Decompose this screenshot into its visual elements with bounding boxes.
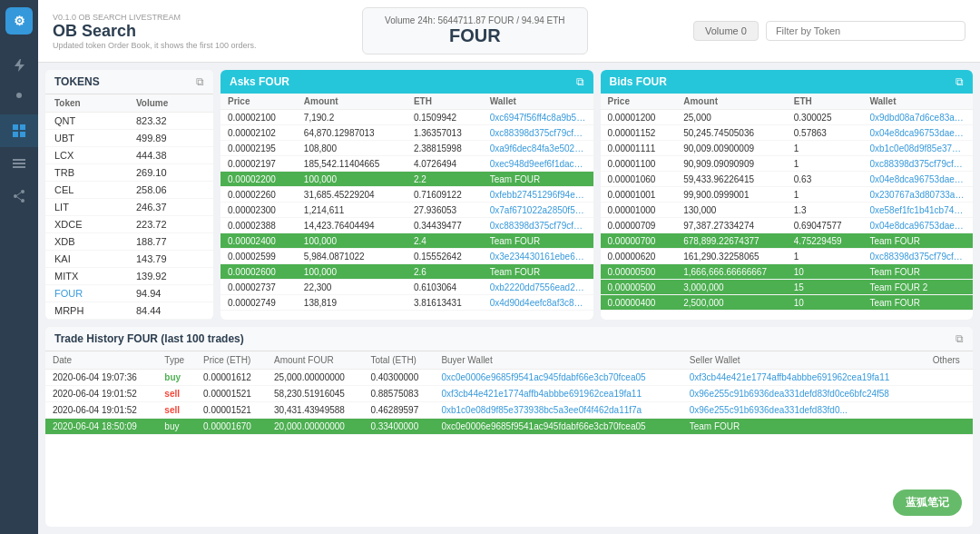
table-row: 0.00000400 2,500,000 10 Team FOUR (601, 295, 974, 311)
ask-wallet[interactable]: 0x4d90d4eefc8af3c8b4f4f528... (483, 295, 593, 311)
table-row: 2020-06-04 19:07:36 buy 0.00001612 25,00… (45, 370, 973, 386)
list-item[interactable]: UBT 499.89 (45, 130, 213, 147)
ask-amount: 5,984.0871022 (297, 249, 407, 264)
list-item[interactable]: MRPH 84.44 (45, 302, 213, 320)
bid-eth: 1 (787, 249, 863, 264)
trade-buyer[interactable]: 0xc0e0006e9685f9541ac945fdabf66e3cb70fce… (434, 419, 681, 435)
asks-col-wallet: Wallet (483, 94, 593, 110)
bids-table-wrap[interactable]: Price Amount ETH Wallet 0.00001200 25,00… (601, 94, 974, 320)
bid-wallet[interactable]: 0xb1c0e08d9f85e373938bc5... (862, 141, 973, 156)
table-row: 0.00001060 59,433.96226415 0.63 0x04e8dc… (601, 172, 974, 187)
app-logo[interactable]: ⚙ (5, 7, 33, 35)
trade-type: sell (157, 402, 196, 419)
bid-eth: 1.3 (787, 203, 863, 218)
table-row: 0.00002600 100,000 2.6 Team FOUR (220, 264, 593, 280)
ask-wallet[interactable]: 0xc88398d375cf79cf8891bdc... (483, 218, 593, 233)
bid-price: 0.00001152 (601, 125, 677, 141)
token-volume: 94.94 (127, 285, 213, 302)
list-item[interactable]: XDB 188.77 (45, 233, 213, 251)
bid-price: 0.00001060 (601, 172, 677, 187)
ask-wallet[interactable]: 0x7af671022a2850f5790c7fd8... (483, 203, 593, 218)
asks-copy-icon[interactable]: ⧉ (576, 75, 584, 88)
sidebar-icon-share[interactable] (0, 180, 38, 213)
trade-title: Trade History FOUR (last 100 trades) (54, 332, 244, 345)
trade-seller[interactable]: 0x96e255c91b6936dea331defd83fd0ce6bfc24f… (682, 386, 926, 402)
list-item[interactable]: MITX 139.92 (45, 268, 213, 285)
ask-wallet[interactable]: 0xa9f6dec84fa3e50277dccae... (483, 141, 593, 156)
trade-seller[interactable]: 0xf3cb44e421e1774affb4abbbe691962cea19fa… (682, 370, 926, 386)
trade-buyer[interactable]: 0xc0e0006e9685f9541ac945fdabf66e3cb70fce… (434, 370, 681, 386)
app-container: ⚙ V0.1.0 OB SEARCH LIVESTREAM OB Search … (0, 0, 980, 534)
table-row: 2020-06-04 19:01:52 sell 0.00001521 58,2… (45, 386, 973, 402)
bid-price: 0.00001200 (601, 110, 677, 125)
list-item[interactable]: CEL 258.06 (45, 182, 213, 199)
trade-buyer[interactable]: 0xb1c0e08d9f85e373938bc5a3ee0f4f462da11f… (434, 402, 681, 419)
ask-wallet[interactable]: 0xc6947f56ff4c8a9b5902ddc... (483, 110, 593, 125)
trade-copy-icon[interactable]: ⧉ (956, 332, 964, 345)
bid-wallet[interactable]: 0x04e8dca96753daed62c93... (862, 125, 973, 141)
tokens-panel: TOKENS ⧉ Token Volume QNT 823.32 UBT 499… (45, 70, 213, 320)
ask-wallet[interactable]: 0xb2220dd7556ead23784c48... (483, 280, 593, 295)
bid-wallet[interactable]: 0xc88398d375cf79cf8891bd... (862, 249, 973, 264)
sidebar-icon-pin[interactable] (0, 82, 38, 114)
table-row: 0.00002102 64,870.12987013 1.36357013 0x… (220, 125, 593, 141)
ask-wallet[interactable]: 0xec948d9eef6f1dac95b5900... (483, 156, 593, 172)
bid-eth: 0.57863 (787, 125, 863, 141)
token-name: XDCE (45, 216, 127, 233)
list-item[interactable]: KAI 143.79 (45, 251, 213, 268)
sidebar-icon-menu[interactable] (0, 147, 38, 180)
asks-table-wrap[interactable]: Price Amount ETH Wallet 0.00002100 7,190… (220, 94, 593, 320)
ask-eth: 3.81613431 (407, 295, 483, 311)
table-row: 0.00002260 31,685.45229204 0.71609122 0x… (220, 187, 593, 203)
trade-buyer[interactable]: 0xf3cb44e421e1774affb4abbbe691962cea19fa… (434, 386, 681, 402)
bid-eth: 0.300025 (787, 110, 863, 125)
table-row: 0.00000709 97,387.27334274 0.69047577 0x… (601, 218, 974, 233)
ask-wallet[interactable]: 0xc88398d375cf79cf8891bdc... (483, 125, 593, 141)
tokens-copy-icon[interactable]: ⧉ (196, 75, 204, 88)
bid-wallet[interactable]: 0x04e8dca96753daed62c93... (862, 172, 973, 187)
ask-wallet[interactable]: 0xfebb27451296f94e8b2e26a... (483, 187, 593, 203)
list-item[interactable]: QNT 823.32 (45, 113, 213, 130)
bid-wallet[interactable]: 0x9dbd08a7d6ce83aa8ebc0e... (862, 110, 973, 125)
ask-amount: 7,190.2 (297, 110, 407, 125)
bid-wallet: Team FOUR (862, 233, 973, 249)
ask-price: 0.00002400 (220, 233, 297, 249)
token-volume: 258.06 (127, 182, 213, 199)
trade-price: 0.00001612 (196, 370, 267, 386)
tokens-col-volume: Volume (127, 94, 213, 113)
bid-wallet[interactable]: 0x04e8dca96753daed62c93... (862, 218, 973, 233)
bid-amount: 90,009.00900009 (676, 141, 787, 156)
app-version: V0.1.0 OB SEARCH LIVESTREAM (53, 13, 257, 22)
volume-badge: Volume 0 (693, 21, 759, 41)
svg-point-8 (21, 190, 24, 193)
bid-wallet[interactable]: 0xe58ef1fc1b41cb74ef1f8bd4... (862, 203, 973, 218)
filter-input[interactable] (766, 21, 965, 41)
bid-wallet[interactable]: 0xc88398d375cf79cf8891bdc... (862, 156, 973, 172)
watermark: 蓝狐笔记 (893, 490, 962, 516)
list-item[interactable]: TRB 269.10 (45, 164, 213, 182)
bid-wallet[interactable]: 0x230767a3d80733abfa1580f... (862, 187, 973, 203)
trade-col-header: Amount FOUR (267, 351, 363, 370)
trade-seller[interactable]: 0x96e255c91b6936dea331defd83fd0... (682, 402, 926, 419)
bid-price: 0.00000500 (601, 280, 677, 295)
ask-price: 0.00002195 (220, 141, 297, 156)
tokens-panel-header: TOKENS ⧉ (45, 70, 213, 94)
bid-price: 0.00000709 (601, 218, 677, 233)
sidebar-icon-grid[interactable] (0, 114, 38, 147)
trade-others (926, 370, 973, 386)
trade-table-wrap[interactable]: DateTypePrice (ETH)Amount FOURTotal (ETH… (45, 351, 973, 527)
ask-wallet[interactable]: 0x3e234430161ebe6258ce04... (483, 249, 593, 264)
list-item[interactable]: XDCE 223.72 (45, 216, 213, 233)
token-name: FOUR (45, 285, 127, 302)
table-row: 0.00001200 25,000 0.300025 0x9dbd08a7d6c… (601, 110, 974, 125)
trade-seller[interactable]: Team FOUR (682, 419, 926, 435)
list-item[interactable]: LCX 444.38 (45, 147, 213, 164)
ask-price: 0.00002102 (220, 125, 297, 141)
list-item[interactable]: LIT 246.37 (45, 199, 213, 216)
token-name: TRB (45, 164, 127, 182)
bid-amount: 99,900.0999001 (676, 187, 787, 203)
bids-copy-icon[interactable]: ⧉ (956, 75, 964, 88)
topbar: V0.1.0 OB SEARCH LIVESTREAM OB Search Up… (38, 0, 980, 63)
list-item[interactable]: FOUR 94.94 (45, 285, 213, 302)
sidebar-icon-lightning[interactable] (0, 49, 38, 82)
